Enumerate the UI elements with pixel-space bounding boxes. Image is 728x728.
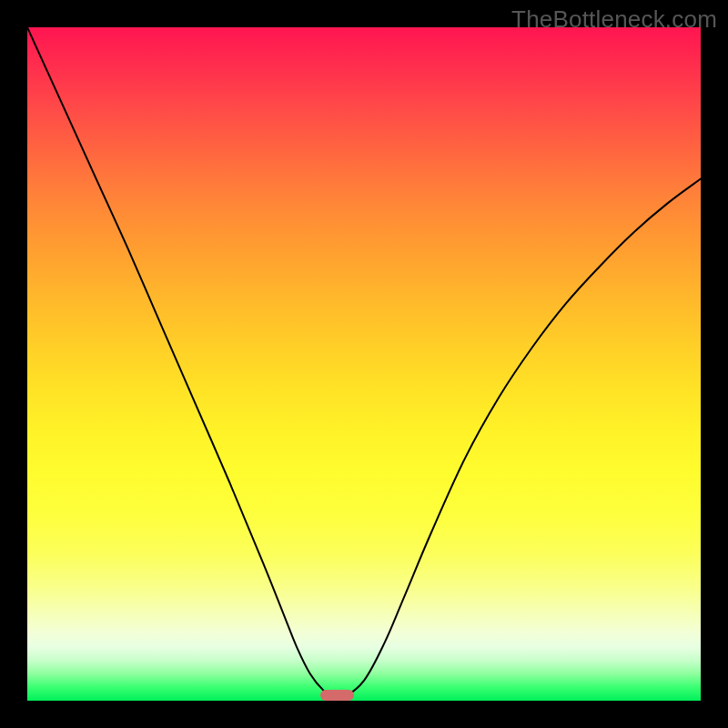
watermark-text: TheBottleneck.com [511, 5, 717, 34]
minimum-marker [320, 690, 354, 701]
plot-area [27, 27, 701, 701]
chart-frame: TheBottleneck.com [0, 0, 728, 728]
bottleneck-curve-path [27, 27, 701, 699]
curve-svg [27, 27, 701, 701]
